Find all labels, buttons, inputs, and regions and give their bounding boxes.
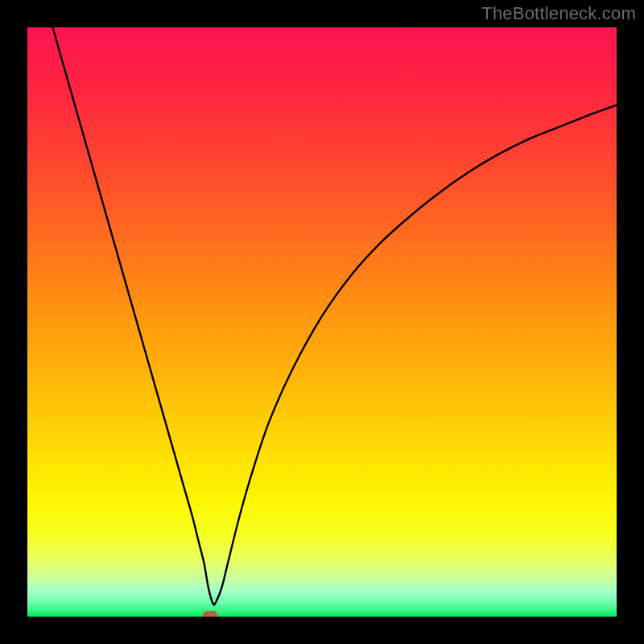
watermark-text: TheBottleneck.com (481, 3, 636, 24)
optimal-point-marker (203, 611, 217, 617)
chart-frame: TheBottleneck.com (0, 0, 644, 644)
plot-area (27, 27, 617, 617)
bottleneck-curve (27, 27, 617, 617)
